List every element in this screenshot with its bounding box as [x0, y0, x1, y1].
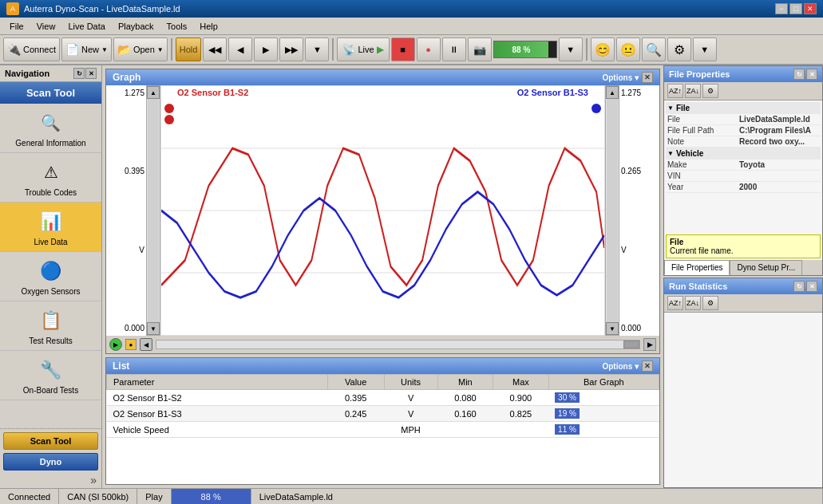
graph-options-btn[interactable]: Options ▾ — [602, 73, 639, 82]
scan-tool-nav-btn[interactable]: Scan Tool — [3, 432, 98, 450]
nav-step-right-button[interactable]: ▶ — [254, 37, 278, 61]
rs-refresh-btn[interactable]: ↻ — [793, 281, 805, 292]
sidebar-item-live-data[interactable]: 📊 Live Data — [0, 203, 101, 252]
pause-button[interactable]: ⏸ — [442, 37, 466, 61]
toolbar: 🔌 Connect 📄 New ▼ 📂 Open ▼ Hold ◀◀ ◀ ▶ ▶… — [0, 35, 823, 65]
menu-view[interactable]: View — [30, 20, 62, 33]
tab-dyno-setup[interactable]: Dyno Setup Pr... — [730, 260, 802, 275]
open-dropdown-arrow[interactable]: ▼ — [157, 46, 164, 53]
settings-dropdown-btn[interactable]: ▼ — [693, 37, 717, 61]
face-btn-2[interactable]: 😐 — [616, 37, 640, 61]
make-value: Toyota — [739, 160, 819, 169]
face-btn-1[interactable]: 😊 — [591, 37, 615, 61]
list-close-btn[interactable]: ✕ — [642, 360, 653, 372]
vehicle-section-label: Vehicle — [676, 149, 703, 158]
connect-icon: 🔌 — [7, 43, 21, 56]
props-make-row: Make Toyota — [666, 159, 821, 171]
menu-file[interactable]: File — [3, 20, 30, 33]
sidebar-item-test-results[interactable]: 📋 Test Results — [0, 301, 101, 351]
graph-title: Graph — [113, 72, 140, 83]
dyno-nav-btn[interactable]: Dyno — [3, 453, 98, 471]
filepath-value: C:\Program Files\A — [739, 126, 819, 135]
nav-controls: ↻ ✕ — [73, 68, 97, 79]
props-tooltip-text: Current file name. — [670, 246, 817, 255]
hold-label: Hold — [180, 45, 198, 54]
nav-dropdown-button[interactable]: ▼ — [305, 37, 329, 61]
right-panel: File Properties ↻ ✕ AZ↑ ZA↓ ⚙ ▼ File Fil… — [663, 65, 823, 488]
param-name-3: Vehicle Speed — [107, 422, 328, 438]
expand-nav-btn[interactable]: » — [0, 472, 101, 488]
run-stats-content — [664, 313, 822, 487]
graph-pause-btn[interactable]: ● — [125, 339, 137, 350]
sidebar-item-onboard-tests[interactable]: 🔧 On-Board Tests — [0, 351, 101, 400]
menu-playback[interactable]: Playback — [112, 20, 160, 33]
minimize-button[interactable]: − — [775, 3, 788, 14]
settings-toolbar-btn[interactable]: ⚙ — [667, 37, 691, 61]
snapshot-button[interactable]: 📷 — [468, 37, 492, 61]
run-stats-toolbar: AZ↑ ZA↓ ⚙ — [664, 294, 822, 313]
graph-back-btn[interactable]: ◀ — [140, 338, 152, 351]
fp-close-btn[interactable]: ✕ — [806, 69, 817, 80]
col-units: Units — [384, 375, 437, 390]
maximize-button[interactable]: □ — [789, 3, 802, 14]
sort-za-btn[interactable]: ZA↓ — [685, 84, 701, 98]
live-button[interactable]: 📡 Live ▶ — [337, 37, 389, 61]
sort-az-btn[interactable]: AZ↑ — [667, 84, 683, 98]
param-min-3 — [437, 422, 493, 438]
fp-refresh-btn[interactable]: ↻ — [793, 69, 805, 80]
rs-close-btn[interactable]: ✕ — [806, 281, 817, 292]
connect-label: Connect — [23, 45, 56, 54]
graph-scroll-right-btn[interactable]: ▶ — [643, 338, 656, 351]
y-scroll-up-btn[interactable]: ▲ — [147, 86, 160, 99]
vin-value — [739, 171, 819, 180]
trouble-codes-label: Trouble Codes — [25, 188, 77, 197]
stop-button[interactable]: ■ — [391, 37, 415, 61]
graph-panel: Graph Options ▾ ✕ 1.275 0.395 V 0.000 — [105, 69, 660, 354]
list-options-btn[interactable]: Options ▾ — [602, 362, 639, 371]
progress-dropdown[interactable]: ▼ — [559, 37, 583, 61]
param-min-1: 0.080 — [437, 390, 493, 406]
rs-settings-btn[interactable]: ⚙ — [702, 296, 718, 310]
nav-header: Navigation ↻ ✕ — [0, 65, 101, 82]
graph-play-btn[interactable]: ▶ — [109, 338, 122, 351]
hold-button[interactable]: Hold — [176, 37, 202, 61]
status-connected: Connected — [0, 489, 59, 504]
nav-close-btn[interactable]: ✕ — [85, 68, 97, 79]
graph-close-btn[interactable]: ✕ — [642, 72, 653, 83]
vehicle-section-header[interactable]: ▼ Vehicle — [666, 148, 821, 159]
graph-scrollbar[interactable] — [156, 340, 640, 349]
rs-sort-az-btn[interactable]: AZ↑ — [667, 296, 683, 310]
new-dropdown-arrow[interactable]: ▼ — [101, 46, 108, 53]
y-right-scroll-up-btn[interactable]: ▲ — [606, 86, 619, 99]
connect-button[interactable]: 🔌 Connect — [3, 37, 60, 61]
tab-file-properties[interactable]: File Properties — [664, 260, 730, 275]
close-button[interactable]: ✕ — [804, 3, 817, 14]
face-btn-3[interactable]: 🔍 — [642, 37, 666, 61]
sidebar-item-trouble-codes[interactable]: ⚠ Trouble Codes — [0, 153, 101, 203]
y-right-unit: V — [621, 246, 627, 254]
menu-tools[interactable]: Tools — [160, 20, 194, 33]
graph-scroll-thumb[interactable] — [623, 341, 639, 348]
y-right-scroll-down-btn[interactable]: ▼ — [606, 322, 619, 335]
nav-left-button[interactable]: ◀◀ — [203, 37, 227, 61]
props-settings-btn[interactable]: ⚙ — [702, 84, 718, 98]
sidebar-item-oxygen-sensors[interactable]: 🔵 Oxygen Sensors — [0, 252, 101, 301]
status-protocol-text: CAN (SI 500kb) — [67, 492, 129, 502]
file-section-header[interactable]: ▼ File — [666, 102, 821, 114]
nav-refresh-btn[interactable]: ↻ — [73, 68, 85, 79]
list-table: Parameter Value Units Min Max Bar Graph … — [106, 374, 659, 438]
nav-step-left-button[interactable]: ◀ — [228, 37, 252, 61]
record-button[interactable]: ● — [417, 37, 441, 61]
status-bar: Connected CAN (SI 500kb) Play 88 % LiveD… — [0, 488, 823, 504]
y-scroll-down-btn[interactable]: ▼ — [147, 322, 160, 335]
menu-help[interactable]: Help — [193, 20, 224, 33]
rs-sort-za-btn[interactable]: ZA↓ — [685, 296, 701, 310]
onboard-tests-label: On-Board Tests — [23, 386, 78, 395]
status-progress: 88 % — [172, 489, 251, 504]
nav-right-button[interactable]: ▶▶ — [279, 37, 303, 61]
new-button[interactable]: 📄 New ▼ — [61, 37, 112, 61]
open-button[interactable]: 📂 Open ▼ — [113, 37, 168, 61]
sidebar-item-general-info[interactable]: 🔍 General Information — [0, 104, 101, 153]
param-bar-3: 11 % — [548, 422, 659, 438]
menu-live-data[interactable]: Live Data — [61, 20, 111, 33]
